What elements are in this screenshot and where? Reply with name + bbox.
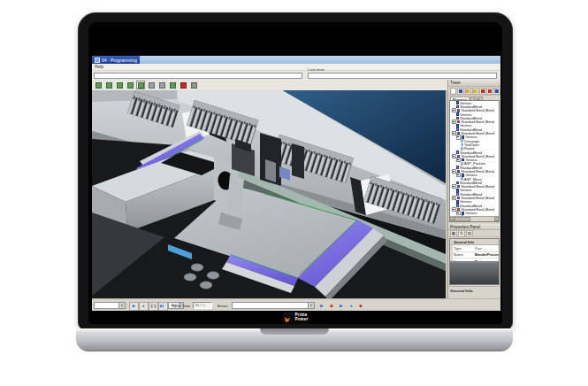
play-button[interactable]: ▶ (129, 302, 139, 311)
window-title: 04 - Programming (102, 58, 137, 63)
errors-value (233, 303, 308, 308)
cycle-time-label: Cycle Time (172, 304, 190, 308)
step-over-icon[interactable]: ▶ (338, 302, 345, 309)
right-panel: Trees ProcessCell GenericStandardBendSta… (447, 80, 500, 298)
errors-field[interactable]: ▾ (232, 302, 315, 309)
show-sheet-icon[interactable] (126, 81, 134, 89)
brand-line1: Prima (295, 313, 309, 317)
expander-icon[interactable] (456, 135, 461, 139)
last-error-label: Last error (308, 67, 325, 72)
property-label: Type (453, 246, 475, 251)
show-backgauge-icon[interactable] (168, 81, 177, 89)
open-part-icon[interactable] (94, 81, 103, 89)
generic-icon (456, 189, 460, 192)
standardbend-icon (456, 166, 460, 169)
tree-row[interactable]: Standard Bend (Bend (450, 120, 499, 123)
trees-panel-title: Trees (448, 80, 500, 87)
step-into-icon[interactable]: ▶ (318, 302, 325, 309)
standardbend-icon (456, 204, 460, 207)
alarm-icon[interactable]: ◆ (328, 302, 335, 309)
title-bar[interactable]: 04 - Programming (92, 56, 500, 64)
property-grid[interactable]: General InfoTypeRootNameBenderProcessDes… (449, 238, 500, 262)
rotate-view-icon[interactable] (157, 81, 166, 89)
property-row[interactable]: NameBenderProcess (450, 252, 499, 259)
categorized-icon[interactable]: ▦ (450, 230, 457, 237)
property-help-footer: General Info (448, 286, 500, 298)
generic-icon (456, 200, 460, 204)
scroll-right-icon[interactable]: ▸ (494, 217, 499, 221)
sound-off-icon[interactable]: ◆ (357, 302, 364, 309)
cycle-time-value: 56.7 s (193, 302, 212, 309)
trees-toolbar (448, 87, 500, 96)
scroll-thumb[interactable] (454, 217, 470, 221)
record-icon[interactable] (179, 81, 187, 89)
open-folder-icon[interactable] (465, 88, 471, 95)
skip-end-button[interactable]: ▶▏ (158, 302, 168, 311)
export-icon[interactable] (486, 88, 493, 95)
action-icon (461, 139, 464, 143)
category-row[interactable]: General Info (450, 239, 499, 245)
properties-toolbar: ▦⇅▤ (448, 230, 500, 237)
category-label: General Info (453, 240, 474, 244)
standardbend-icon (456, 181, 460, 185)
tree-row[interactable]: Standard Bend (Bend (450, 185, 499, 189)
expander-icon[interactable] (452, 184, 456, 189)
new-document-icon[interactable] (450, 88, 456, 95)
tree-horizontal-scrollbar[interactable]: ◂ ▸ (450, 216, 499, 221)
prima-power-icon (283, 312, 293, 321)
property-label: Name (453, 252, 475, 257)
laptop-base-notch (260, 328, 329, 335)
measure-icon[interactable] (189, 81, 198, 89)
alphabetical-icon[interactable]: ⇅ (458, 230, 465, 237)
tree-row[interactable]: Standard Bend (Bend (450, 109, 499, 112)
main-toolbar (92, 80, 449, 90)
page: 04 - Programming Help Last error (0, 0, 588, 386)
sync-icon[interactable] (494, 88, 500, 95)
import-folder-icon[interactable] (472, 88, 478, 95)
pause-button[interactable]: ❚❚ (149, 302, 158, 311)
property-grid-empty-area (449, 262, 500, 285)
program-field[interactable] (94, 73, 302, 79)
menu-help[interactable]: Help (95, 65, 103, 69)
property-value: BenderProcess (475, 252, 499, 257)
stop-button[interactable]: ■ (139, 302, 149, 311)
menu-bar: Help (92, 64, 500, 71)
generic-icon (456, 124, 460, 127)
last-error-field[interactable] (308, 73, 497, 79)
generic-icon (456, 101, 460, 104)
expander-icon[interactable] (456, 211, 461, 215)
app-window: 04 - Programming Help Last error (92, 56, 500, 311)
zoom-fit-icon[interactable] (147, 81, 156, 89)
property-pages-icon[interactable]: ▤ (466, 230, 473, 237)
delete-icon[interactable] (479, 88, 485, 95)
property-value: Root (475, 246, 482, 251)
punch-tool (265, 159, 276, 182)
chevron-down-icon: ▾ (308, 303, 314, 308)
show-machine-icon[interactable] (104, 81, 113, 89)
expander-icon[interactable] (452, 120, 456, 124)
property-row[interactable]: TypeRoot (450, 245, 499, 251)
brand-logo: Prima Power (88, 312, 502, 321)
clock-icon[interactable]: ● (347, 302, 355, 309)
simulate-icon[interactable] (136, 81, 145, 89)
save-icon[interactable] (457, 88, 463, 95)
standardbend-icon (456, 117, 460, 120)
expander-icon[interactable] (456, 173, 461, 177)
expander-icon[interactable] (452, 108, 456, 112)
viewport-3d[interactable] (92, 90, 446, 298)
laptop-screen-bezel: 04 - Programming Help Last error (78, 12, 513, 331)
brand-line2: Power (295, 317, 309, 321)
standardbend-icon (456, 192, 460, 196)
simulation-bottom-bar: ▾ ▶■❚❚▶▏ 500 ▴▾ Cycle Time 56.7 s Errors… (92, 298, 500, 311)
app-icon (95, 58, 100, 63)
standardbend-icon (456, 127, 460, 131)
process-tree[interactable]: GenericStandardBendStandard Bend (BendGe… (449, 100, 500, 222)
generic-icon (456, 112, 460, 116)
show-tools-icon[interactable] (115, 81, 124, 89)
window-title-segment: 04 - Programming (92, 56, 140, 64)
laptop-display: 04 - Programming Help Last error (88, 22, 502, 324)
expander-icon[interactable] (452, 196, 456, 200)
speed-combobox[interactable]: ▾ (94, 302, 126, 309)
expander-icon[interactable] (456, 158, 461, 162)
tree-row[interactable]: Standard Bend (Bend (450, 196, 499, 199)
